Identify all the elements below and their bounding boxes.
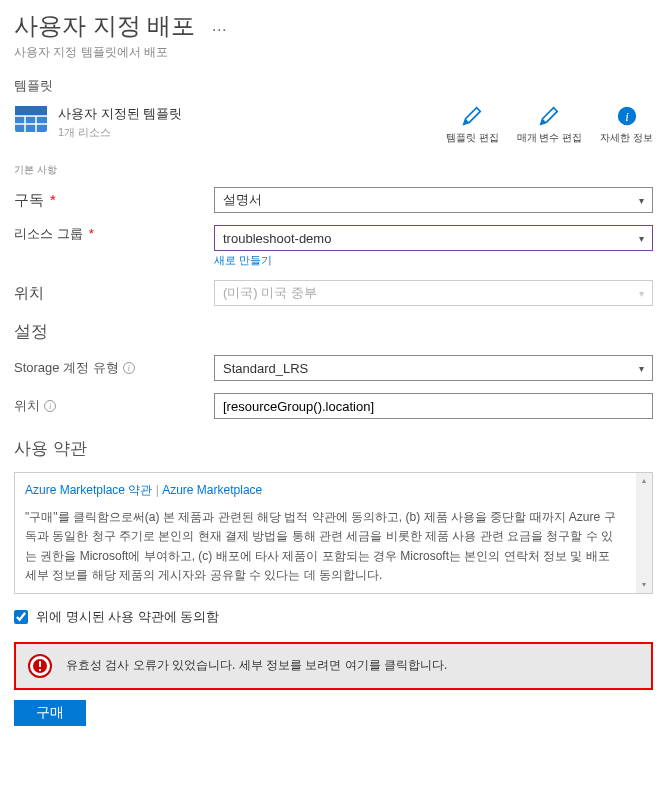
info-icon[interactable]: i — [44, 400, 56, 412]
terms-link-1[interactable]: Azure Marketplace 약관 — [25, 483, 152, 497]
resource-group-value: troubleshoot-demo — [223, 231, 331, 246]
template-resources-count: 1개 리소스 — [58, 125, 182, 140]
agree-checkbox-row[interactable]: 위에 명시된 사용 약관에 동의함 — [14, 608, 653, 626]
storage-type-label: Storage 계정 유형 i — [14, 359, 214, 377]
basics-heading: 기본 사항 — [14, 163, 653, 177]
pencil-icon — [538, 105, 560, 127]
svg-text:i: i — [625, 110, 629, 124]
terms-scrollbar[interactable]: ▴ ▾ — [636, 473, 652, 593]
error-icon — [28, 654, 52, 678]
storage-type-select[interactable]: Standard_LRS ▾ — [214, 355, 653, 381]
more-info-button[interactable]: i 자세한 정보 — [600, 105, 653, 145]
template-icon — [14, 105, 48, 133]
settings-location-input[interactable] — [214, 393, 653, 419]
create-new-link[interactable]: 새로 만들기 — [214, 253, 272, 268]
template-name: 사용자 지정된 템플릿 — [58, 105, 182, 123]
chevron-down-icon: ▾ — [639, 363, 644, 374]
page-title: 사용자 지정 배포 — [14, 10, 195, 42]
agree-label: 위에 명시된 사용 약관에 동의함 — [36, 608, 219, 626]
scroll-up-icon[interactable]: ▴ — [636, 473, 652, 489]
edit-params-label: 매개 변수 편집 — [517, 131, 583, 145]
terms-heading: 사용 약관 — [14, 437, 653, 460]
terms-box: Azure Marketplace 약관 | Azure Marketplace… — [14, 472, 653, 594]
validation-error-bar[interactable]: 유효성 검사 오류가 있었습니다. 세부 정보를 보려면 여기를 클릭합니다. — [14, 642, 653, 690]
svg-rect-11 — [39, 669, 41, 671]
settings-heading: 설정 — [14, 320, 653, 343]
scroll-down-icon[interactable]: ▾ — [636, 577, 652, 593]
svg-rect-1 — [15, 106, 47, 116]
agree-checkbox[interactable] — [14, 610, 28, 624]
page-subtitle: 사용자 지정 템플릿에서 배포 — [14, 44, 653, 61]
basics-location-value: (미국) 미국 중부 — [223, 284, 317, 302]
subscription-value: 설명서 — [223, 191, 262, 209]
pencil-icon — [461, 105, 483, 127]
more-menu-button[interactable]: … — [211, 17, 227, 35]
chevron-down-icon: ▾ — [639, 233, 644, 244]
subscription-label: 구독* — [14, 191, 214, 210]
edit-template-button[interactable]: 템플릿 편집 — [446, 105, 499, 145]
basics-location-select: (미국) 미국 중부 ▾ — [214, 280, 653, 306]
basics-location-label: 위치 — [14, 284, 214, 303]
resource-group-select[interactable]: troubleshoot-demo ▾ — [214, 225, 653, 251]
settings-location-label: 위치 i — [14, 397, 214, 415]
terms-link-2[interactable]: Azure Marketplace — [162, 483, 262, 497]
info-icon[interactable]: i — [123, 362, 135, 374]
svg-rect-10 — [39, 661, 41, 667]
buy-button[interactable]: 구매 — [14, 700, 86, 726]
chevron-down-icon: ▾ — [639, 288, 644, 299]
more-info-label: 자세한 정보 — [600, 131, 653, 145]
resource-group-label: 리소스 그룹* — [14, 225, 214, 243]
terms-body-text: "구매"를 클릭함으로써(a) 본 제품과 관련된 해당 법적 약관에 동의하고… — [25, 508, 642, 585]
info-icon: i — [616, 105, 638, 127]
edit-params-button[interactable]: 매개 변수 편집 — [517, 105, 583, 145]
edit-template-label: 템플릿 편집 — [446, 131, 499, 145]
chevron-down-icon: ▾ — [639, 195, 644, 206]
template-summary-row: 사용자 지정된 템플릿 1개 리소스 템플릿 편집 매개 변수 편집 i 자세한… — [14, 105, 653, 145]
subscription-select[interactable]: 설명서 ▾ — [214, 187, 653, 213]
storage-type-value: Standard_LRS — [223, 361, 308, 376]
error-message: 유효성 검사 오류가 있었습니다. 세부 정보를 보려면 여기를 클릭합니다. — [66, 657, 447, 674]
template-heading: 템플릿 — [14, 77, 653, 95]
